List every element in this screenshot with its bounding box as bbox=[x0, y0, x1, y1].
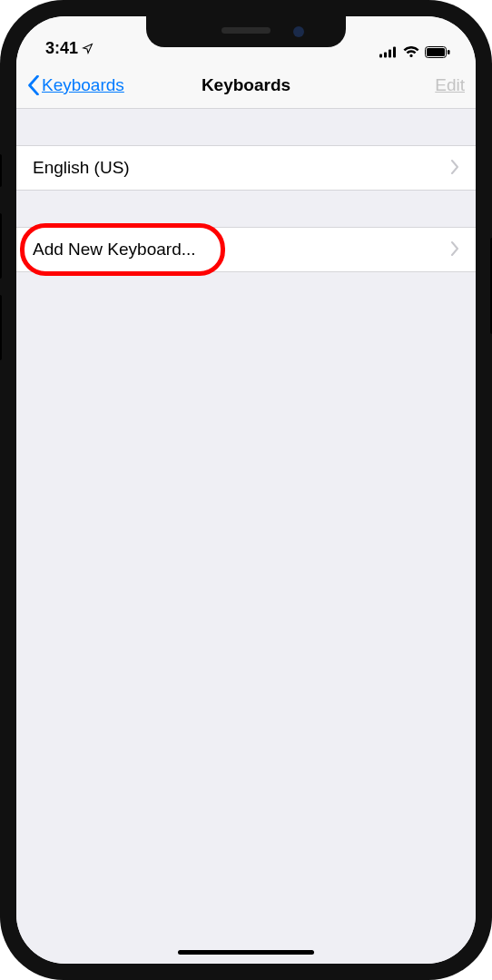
edit-button[interactable]: Edit bbox=[435, 75, 465, 95]
mute-switch bbox=[0, 154, 2, 187]
section-spacer bbox=[16, 109, 476, 145]
wifi-icon bbox=[403, 46, 419, 58]
status-time: 3:41 bbox=[45, 39, 93, 58]
keyboard-row-label: English (US) bbox=[33, 158, 130, 178]
cellular-signal-icon bbox=[379, 46, 398, 58]
section-spacer bbox=[16, 191, 476, 227]
back-button[interactable]: Keyboards bbox=[27, 75, 124, 95]
svg-rect-3 bbox=[393, 47, 396, 58]
keyboard-row-english-us[interactable]: English (US) bbox=[16, 145, 476, 191]
clock-text: 3:41 bbox=[45, 39, 78, 58]
content-area: English (US) Add New Keyboard... bbox=[16, 109, 476, 964]
location-icon bbox=[82, 43, 93, 54]
iphone-frame: 3:41 bbox=[0, 0, 492, 980]
battery-icon bbox=[425, 46, 450, 58]
add-new-keyboard-row[interactable]: Add New Keyboard... bbox=[16, 227, 476, 272]
back-label: Keyboards bbox=[42, 75, 124, 95]
svg-rect-2 bbox=[389, 50, 391, 58]
chevron-left-icon bbox=[27, 75, 40, 95]
svg-rect-1 bbox=[384, 53, 387, 58]
notch bbox=[146, 16, 346, 47]
chevron-right-icon bbox=[450, 240, 459, 260]
svg-rect-0 bbox=[379, 54, 382, 58]
svg-rect-6 bbox=[448, 50, 450, 54]
front-camera bbox=[293, 26, 304, 37]
svg-rect-5 bbox=[427, 48, 445, 56]
volume-down-button bbox=[0, 295, 2, 360]
speaker bbox=[221, 27, 271, 34]
add-new-keyboard-label: Add New Keyboard... bbox=[33, 240, 196, 260]
volume-up-button bbox=[0, 213, 2, 279]
screen: 3:41 bbox=[16, 16, 476, 964]
status-icons bbox=[379, 46, 450, 58]
navigation-bar: Keyboards Keyboards Edit bbox=[16, 62, 476, 109]
home-indicator[interactable] bbox=[178, 950, 314, 955]
chevron-right-icon bbox=[450, 158, 459, 179]
page-title: Keyboards bbox=[202, 75, 290, 95]
